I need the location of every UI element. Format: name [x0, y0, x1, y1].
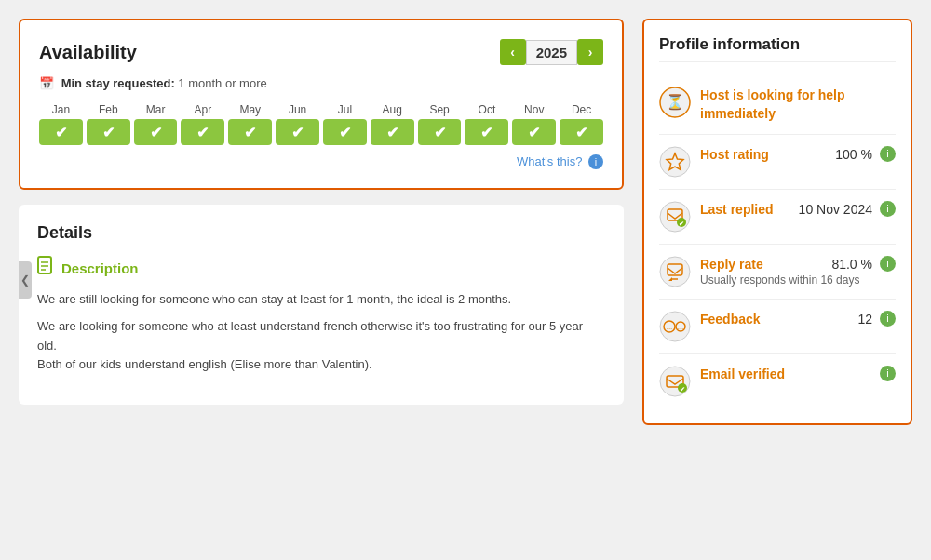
- month-label: May: [239, 103, 261, 116]
- profile-row-urgent: ⏳ Host is looking for help immediately: [659, 75, 896, 135]
- info-button-reply_rate[interactable]: i: [880, 256, 896, 272]
- profile-row-content-rating: Host rating100 %i: [700, 146, 896, 162]
- profile-row-content-feedback: Feedback12i: [700, 311, 896, 327]
- info-button-email_verified[interactable]: i: [880, 366, 896, 381]
- left-panel-handle[interactable]: ❮: [19, 261, 32, 299]
- profile-title: Profile information: [659, 35, 896, 62]
- info-button-rating[interactable]: i: [880, 146, 896, 162]
- min-stay-value: 1 month or more: [178, 76, 266, 90]
- month-cell-feb: Feb ✔: [87, 103, 130, 145]
- month-cell-aug: Aug ✔: [371, 103, 414, 145]
- availability-title: Availability: [39, 42, 137, 63]
- profile-row-content-reply_rate: Reply rate81.0 %iUsually responds within…: [700, 256, 896, 287]
- month-cell-nov: Nov ✔: [512, 103, 556, 145]
- profile-sub-reply_rate: Usually responds within 16 days: [700, 273, 896, 287]
- month-cell-jul: Jul ✔: [323, 103, 367, 145]
- month-check: ✔: [512, 119, 556, 145]
- profile-value-rating: 100 %: [835, 147, 872, 162]
- profile-row-main-last_replied: Last replied10 Nov 2024i: [700, 201, 896, 217]
- month-label: Mar: [146, 103, 166, 116]
- month-check: ✔: [371, 119, 414, 145]
- month-check: ✔: [276, 119, 319, 145]
- svg-text:...: ...: [678, 323, 684, 331]
- month-check: ✔: [134, 119, 178, 145]
- description-label-text: Description: [61, 260, 139, 276]
- svg-text:✔: ✔: [680, 386, 685, 393]
- info-button-feedback[interactable]: i: [880, 311, 896, 327]
- profile-label-rating: Host rating: [700, 147, 769, 162]
- month-cell-jun: Jun ✔: [276, 103, 319, 145]
- profile-value-group-last_replied: 10 Nov 2024i: [799, 201, 896, 217]
- svg-rect-0: [38, 257, 51, 273]
- reply_rate-icon: [659, 256, 691, 287]
- month-check: ✔: [39, 119, 83, 145]
- urgent-icon: ⏳: [659, 87, 691, 118]
- svg-point-8: [660, 202, 690, 232]
- details-title: Details: [37, 223, 605, 243]
- month-check: ✔: [323, 119, 367, 145]
- feedback-icon: ... ...: [659, 311, 691, 342]
- month-cell-mar: Mar ✔: [134, 103, 178, 145]
- month-cell-may: May ✔: [228, 103, 272, 145]
- calendar-icon: 📅: [39, 76, 54, 90]
- profile-row-rating: Host rating100 %i: [659, 135, 896, 190]
- email_verified-icon: ✔: [659, 366, 691, 397]
- profile-row-feedback: ... ... Feedback12i: [659, 300, 896, 354]
- month-label: Aug: [383, 103, 402, 116]
- description-paragraph: We are still looking for someone who can…: [37, 290, 605, 310]
- info-button-last_replied[interactable]: i: [880, 201, 896, 217]
- month-cell-sep: Sep ✔: [418, 103, 462, 145]
- month-label: Sep: [429, 103, 449, 116]
- urgent-label: Host is looking for help immediately: [700, 87, 896, 123]
- svg-point-6: [660, 147, 690, 177]
- description-text: We are still looking for someone who can…: [37, 290, 605, 375]
- svg-text:⏳: ⏳: [666, 93, 684, 111]
- month-cell-oct: Oct ✔: [465, 103, 508, 145]
- month-label: Dec: [572, 103, 591, 116]
- profile-row-content-email_verified: Email verifiedi: [700, 366, 896, 381]
- profile-row-content-urgent: Host is looking for help immediately: [700, 87, 896, 123]
- month-cell-jan: Jan ✔: [39, 103, 83, 145]
- month-label: Nov: [524, 103, 544, 116]
- profile-row-content-last_replied: Last replied10 Nov 2024i: [700, 201, 896, 217]
- rating-icon: [659, 146, 691, 178]
- profile-value-reply_rate: 81.0 %: [831, 257, 872, 272]
- whats-this-label: What's this?: [517, 154, 582, 168]
- month-check: ✔: [228, 119, 272, 145]
- profile-label-feedback: Feedback: [700, 312, 761, 327]
- availability-card: Availability ‹ 2025 › 📅 Min stay request…: [19, 19, 624, 190]
- month-label: Feb: [99, 103, 118, 116]
- whats-this-link[interactable]: What's this? i: [39, 154, 603, 169]
- profile-card: Profile information ⏳ Host is looking fo…: [642, 19, 912, 425]
- month-label: Jun: [289, 103, 306, 116]
- year-label: 2025: [526, 40, 577, 65]
- month-label: Oct: [479, 103, 496, 116]
- availability-header: Availability ‹ 2025 ›: [39, 39, 603, 65]
- month-label: Apr: [195, 103, 212, 116]
- profile-row-email_verified: ✔ Email verifiedi: [659, 354, 896, 408]
- month-cell-dec: Dec ✔: [560, 103, 603, 145]
- profile-label-email_verified: Email verified: [700, 367, 785, 381]
- month-label: Jan: [52, 103, 70, 116]
- description-section: Description We are still looking for som…: [37, 256, 605, 375]
- next-year-button[interactable]: ›: [577, 39, 603, 65]
- right-panel: Profile information ⏳ Host is looking fo…: [642, 19, 912, 541]
- month-cell-apr: Apr ✔: [181, 103, 224, 145]
- min-stay-label: Min stay requested:: [61, 76, 175, 90]
- profile-label-last_replied: Last replied: [700, 202, 774, 217]
- whats-this-info-icon: i: [588, 154, 603, 169]
- month-check: ✔: [465, 119, 508, 145]
- profile-value-group-rating: 100 %i: [835, 146, 896, 162]
- prev-year-button[interactable]: ‹: [500, 39, 526, 65]
- description-icon: [37, 256, 54, 281]
- profile-value-last_replied: 10 Nov 2024: [799, 202, 872, 217]
- profile-row-main-reply_rate: Reply rate81.0 %i: [700, 256, 896, 272]
- svg-text:✔: ✔: [679, 220, 684, 227]
- profile-row-main-feedback: Feedback12i: [700, 311, 896, 327]
- details-card: Details Description We are still looking…: [19, 205, 624, 405]
- description-label: Description: [37, 256, 605, 281]
- profile-value-group-email_verified: i: [876, 366, 896, 381]
- profile-value-group-feedback: 12i: [857, 311, 896, 327]
- month-check: ✔: [181, 119, 224, 145]
- profile-row-last_replied: ✔ Last replied10 Nov 2024i: [659, 190, 896, 245]
